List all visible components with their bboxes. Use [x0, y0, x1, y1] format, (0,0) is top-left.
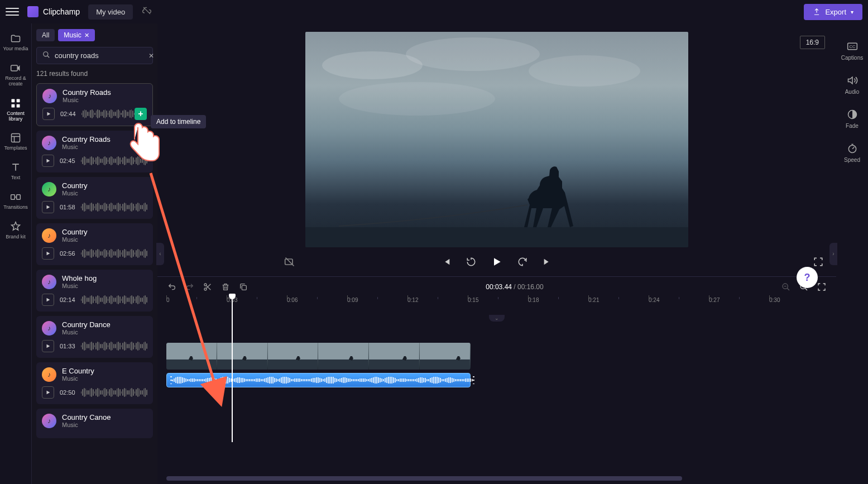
preview-play-button[interactable] — [42, 155, 54, 167]
rightnav-speed[interactable]: Speed — [836, 136, 868, 170]
preview-play-button[interactable] — [42, 340, 54, 352]
scrollbar-thumb[interactable] — [166, 476, 682, 481]
menu-button[interactable] — [6, 5, 19, 18]
music-category: Music — [63, 97, 111, 103]
fullscreen-button[interactable] — [812, 255, 825, 269]
preview-play-button[interactable] — [42, 247, 54, 260]
collapse-preview-button[interactable]: ⌄ — [489, 315, 505, 322]
preview-play-button[interactable] — [42, 201, 54, 213]
skip-back-button[interactable] — [440, 255, 453, 269]
transitions-icon — [9, 191, 22, 203]
chip-music[interactable]: Music ✕ — [58, 29, 94, 41]
preview-play-button[interactable] — [42, 294, 54, 306]
timeline-scrollbar[interactable] — [166, 476, 827, 481]
waveform-preview — [81, 341, 147, 351]
delete-button[interactable] — [220, 281, 231, 293]
rightnav-speaker[interactable]: Audio — [836, 68, 868, 102]
fade-icon — [846, 108, 859, 121]
ruler-tick: 0:30 — [769, 297, 780, 303]
chip-clear-icon[interactable]: ✕ — [84, 32, 89, 39]
svg-point-11 — [529, 55, 640, 87]
project-title-button[interactable]: My video — [88, 4, 133, 20]
svg-rect-0 — [11, 65, 18, 71]
zoom-fit-button[interactable] — [816, 281, 827, 293]
nav-record[interactable]: Record & create — [0, 57, 31, 93]
help-button[interactable]: ? — [797, 267, 818, 288]
video-clip[interactable] — [166, 343, 471, 370]
split-button[interactable] — [202, 281, 213, 293]
timeline-ruler[interactable]: 00:030:060:090:120:150:180:210:240:270:3… — [157, 297, 836, 309]
music-category: Music — [62, 375, 94, 382]
video-preview[interactable] — [305, 32, 688, 247]
search-box[interactable]: ✕ — [36, 47, 153, 64]
skip-forward-button[interactable] — [540, 255, 554, 269]
disable-preview-icon[interactable] — [283, 255, 296, 269]
search-icon — [42, 51, 50, 60]
brand-logo[interactable]: Clipchamp — [27, 6, 80, 17]
filter-chips: All Music ✕ — [36, 29, 153, 41]
waveform-preview — [81, 387, 147, 397]
music-note-icon: ♪ — [42, 182, 56, 197]
music-title: Country — [62, 228, 88, 236]
svg-rect-6 — [11, 195, 15, 199]
music-item[interactable]: ♪Country CanoeMusic — [36, 409, 153, 438]
search-input[interactable] — [55, 51, 148, 60]
undo-button[interactable] — [166, 281, 178, 293]
music-note-icon: ♪ — [42, 321, 56, 336]
chip-all[interactable]: All — [36, 29, 55, 41]
timeline-tracks[interactable] — [157, 309, 836, 484]
music-item[interactable]: ♪CountryMusic01:58 — [36, 177, 153, 219]
export-button[interactable]: Export ▾ — [804, 4, 862, 20]
music-category: Music — [62, 236, 88, 243]
play-button[interactable] — [489, 254, 505, 270]
preview-play-button[interactable] — [42, 386, 54, 399]
add-to-timeline-button[interactable]: + — [135, 108, 147, 120]
music-item[interactable]: ♪CountryMusic02:56 — [36, 223, 153, 265]
copy-button[interactable] — [238, 281, 249, 293]
svg-rect-4 — [17, 104, 20, 107]
nav-brandkit[interactable]: Brand kit — [0, 216, 31, 246]
clip-handle-right[interactable] — [473, 376, 474, 384]
svg-rect-2 — [17, 99, 20, 102]
music-item[interactable]: ♪E CountryMusic02:50 — [36, 362, 153, 404]
music-category: Music — [62, 421, 111, 428]
svg-rect-24 — [268, 343, 318, 360]
nav-text[interactable]: Text — [0, 157, 31, 186]
search-clear-icon[interactable]: ✕ — [148, 52, 154, 60]
content-library-panel: All Music ✕ ✕ 121 results found ♪Country… — [32, 23, 157, 484]
nav-folder[interactable]: Your media — [0, 28, 31, 57]
svg-rect-27 — [318, 360, 368, 370]
music-item[interactable]: ♪Country DanceMusic01:33 — [36, 316, 153, 358]
svg-rect-13 — [305, 227, 688, 247]
rightnav-fade[interactable]: Fade — [836, 102, 868, 136]
preview-play-button[interactable] — [42, 108, 55, 120]
logo-icon — [27, 6, 39, 17]
app-header: Clipchamp My video Export ▾ — [0, 0, 868, 23]
playhead[interactable] — [232, 297, 233, 442]
cursor-annotation-icon — [126, 123, 162, 167]
nav-templates[interactable]: Templates — [0, 127, 31, 157]
rightnav-cc[interactable]: CCCaptions — [836, 33, 868, 68]
aspect-ratio-button[interactable]: 16:9 — [800, 36, 825, 49]
redo-button[interactable] — [184, 281, 195, 293]
audio-clip[interactable] — [166, 373, 471, 387]
nav-library[interactable]: Content library — [0, 93, 31, 128]
rewind-button[interactable] — [464, 255, 478, 269]
cloud-off-icon[interactable] — [141, 6, 152, 18]
music-title: Country Roads — [63, 88, 111, 97]
music-title: E Country — [62, 367, 94, 375]
music-item[interactable]: ♪Whole hogMusic02:14 — [36, 270, 153, 312]
svg-rect-26 — [318, 343, 368, 360]
svg-rect-23 — [217, 360, 267, 370]
svg-rect-30 — [420, 343, 470, 360]
music-title: Country Canoe — [62, 413, 111, 421]
ruler-tick: 0:15 — [468, 297, 478, 303]
music-duration: 02:14 — [60, 296, 75, 303]
svg-rect-17 — [242, 285, 246, 290]
svg-text:CC: CC — [849, 44, 855, 49]
music-item[interactable]: ♪Country RoadsMusic02:44+ — [36, 83, 153, 126]
zoom-out-button[interactable] — [780, 281, 792, 293]
forward-button[interactable] — [516, 255, 529, 269]
nav-transitions[interactable]: Transitions — [0, 186, 31, 216]
timeline-toolbar: 00:03.44 / 00:16.00 — [157, 277, 836, 297]
